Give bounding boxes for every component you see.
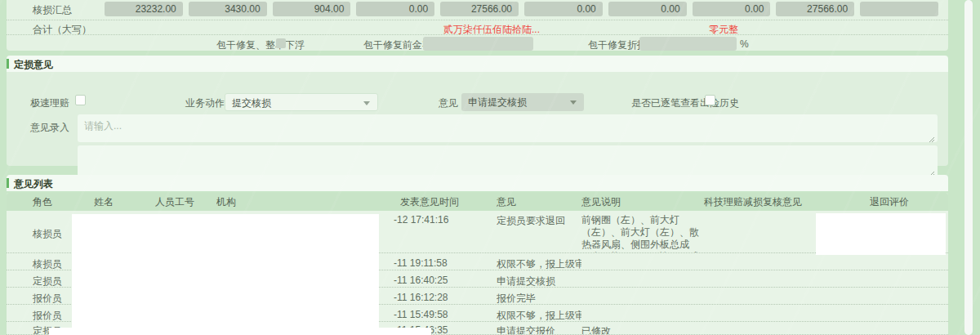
pre-repair-amount-input xyxy=(423,37,533,51)
row-detail: 前钢圈（左）、前大灯（左）、前大灯（左）、散热器风扇、侧围外板总成（左）换不了吧… xyxy=(581,211,704,252)
chevron-down-icon xyxy=(363,101,370,105)
opinion-entry-textarea[interactable] xyxy=(78,114,938,142)
business-action-select[interactable]: 提交核损 xyxy=(225,93,378,111)
row-return-eval xyxy=(870,322,948,334)
col-header-opinion: 意见 xyxy=(497,195,581,209)
col-header-role: 角色 xyxy=(7,195,94,209)
row-review xyxy=(704,253,870,270)
row-opinion: 定损员要求退回 xyxy=(497,211,581,252)
col-header-review: 科技理赔减损复核意见 xyxy=(704,195,870,209)
baogan-discount-label: 包干修复、整单下浮 xyxy=(216,38,305,52)
row-detail: 已修改 xyxy=(581,322,704,334)
history-check-label: 是否已逐笔查看出险历史 xyxy=(631,96,739,110)
pre-repair-amount-label: 包干修复前金额 xyxy=(363,38,432,52)
row-detail xyxy=(581,253,704,270)
row-return-eval xyxy=(870,305,948,321)
summary-label: 核损汇总 xyxy=(33,3,72,17)
opinion-label: 意见 xyxy=(439,96,458,110)
row-opinion: 申请提交报价 xyxy=(497,322,581,334)
opinion-entry-textarea-secondary[interactable] xyxy=(78,145,938,176)
col-header-detail: 意见说明 xyxy=(581,195,704,209)
business-action-label: 业务动作 xyxy=(185,96,225,110)
row-opinion: 申请提交核损 xyxy=(497,270,581,287)
list-section-title: 意见列表 xyxy=(14,177,53,191)
opinion-panel: 极速理赔 业务动作 提交核损 意见 申请提交核损 是否已逐笔查看出险历史 意见录… xyxy=(7,72,948,166)
opinion-entry-label: 意见录入 xyxy=(30,121,69,135)
row-detail xyxy=(581,305,704,321)
summary-value-box xyxy=(860,2,938,16)
summary-value-box: 27566.00 xyxy=(776,2,854,16)
row-opinion: 权限不够，报上级审核 xyxy=(497,305,581,321)
row-time: -11 19:11:58 xyxy=(394,253,497,270)
fast-claim-checkbox[interactable] xyxy=(75,95,86,105)
privacy-mask xyxy=(49,328,431,335)
summary-value-box: 0.00 xyxy=(693,2,771,16)
col-header-name: 姓名 xyxy=(94,195,155,209)
row-detail xyxy=(581,288,704,304)
summary-value-box: 0.00 xyxy=(608,2,687,16)
summary-panel: 核损汇总 23232.00 3430.00 904.00 0.00 27566.… xyxy=(7,0,948,51)
opinion-select-value: 申请提交核损 xyxy=(468,96,527,108)
row-opinion: 权限不够，报上级审核 xyxy=(497,253,581,270)
col-header-employee-id: 人员工号 xyxy=(155,195,216,209)
col-header-org: 机构 xyxy=(216,195,400,209)
col-header-time: 发表意见时间 xyxy=(400,195,497,209)
percent-sign: % xyxy=(740,38,749,50)
chevron-down-icon xyxy=(570,100,577,105)
repair-discount-input xyxy=(639,37,737,51)
row-review xyxy=(704,305,870,321)
row-time: -11 16:40:25 xyxy=(394,270,497,287)
baogan-checkbox xyxy=(276,38,286,48)
row-detail xyxy=(581,270,704,287)
col-header-return-eval: 退回评价 xyxy=(870,195,948,209)
summary-value-box: 23232.00 xyxy=(105,2,183,16)
privacy-mask xyxy=(72,214,379,333)
row-return-eval xyxy=(870,270,948,287)
summary-value-box: 904.00 xyxy=(273,2,351,16)
baogan-repair-row: 包干修复、整单下浮 包干修复前金额 包干修复折扣 % xyxy=(7,34,948,51)
opinion-section-title: 定损意见 xyxy=(14,58,53,72)
summary-value-box: 27566.00 xyxy=(440,2,519,16)
fast-claim-label: 极速理赔 xyxy=(30,96,69,110)
row-return-eval xyxy=(870,253,948,270)
total-words-row: 合计（大写） 贰万柒仟伍佰陆拾陆... 零元整 xyxy=(7,20,948,34)
summary-value-box: 0.00 xyxy=(356,2,434,16)
business-action-value: 提交核损 xyxy=(232,97,271,109)
row-return-eval xyxy=(870,288,948,304)
repair-discount-label: 包干修复折扣 xyxy=(588,38,647,52)
history-checkbox[interactable] xyxy=(705,95,715,105)
vertical-scrollbar[interactable] xyxy=(964,0,973,335)
summary-row: 核损汇总 23232.00 3430.00 904.00 0.00 27566.… xyxy=(7,0,948,20)
list-section-header: 意见列表 xyxy=(7,175,948,191)
row-review xyxy=(704,288,870,304)
summary-value-box: 3430.00 xyxy=(189,2,267,16)
row-time: -11 15:49:58 xyxy=(394,305,497,321)
section-accent-bar xyxy=(7,178,9,188)
row-review xyxy=(704,270,870,287)
section-accent-bar xyxy=(7,59,9,69)
row-time: -12 17:41:16 xyxy=(394,211,497,252)
privacy-mask xyxy=(816,213,946,255)
summary-value-box: 0.00 xyxy=(524,2,603,16)
row-time: -11 16:12:28 xyxy=(394,288,497,304)
table-header-row: 角色 姓名 人员工号 机构 发表意见时间 意见 意见说明 科技理赔减损复核意见 … xyxy=(7,193,948,211)
summary-value-boxes: 23232.00 3430.00 904.00 0.00 27566.00 0.… xyxy=(105,2,938,16)
claims-assessment-page: 核损汇总 23232.00 3430.00 904.00 0.00 27566.… xyxy=(0,0,980,335)
opinion-select: 申请提交核损 xyxy=(461,93,584,111)
row-opinion: 报价完毕 xyxy=(497,288,581,304)
row-review xyxy=(704,322,870,334)
opinion-section-header: 定损意见 xyxy=(7,56,948,72)
